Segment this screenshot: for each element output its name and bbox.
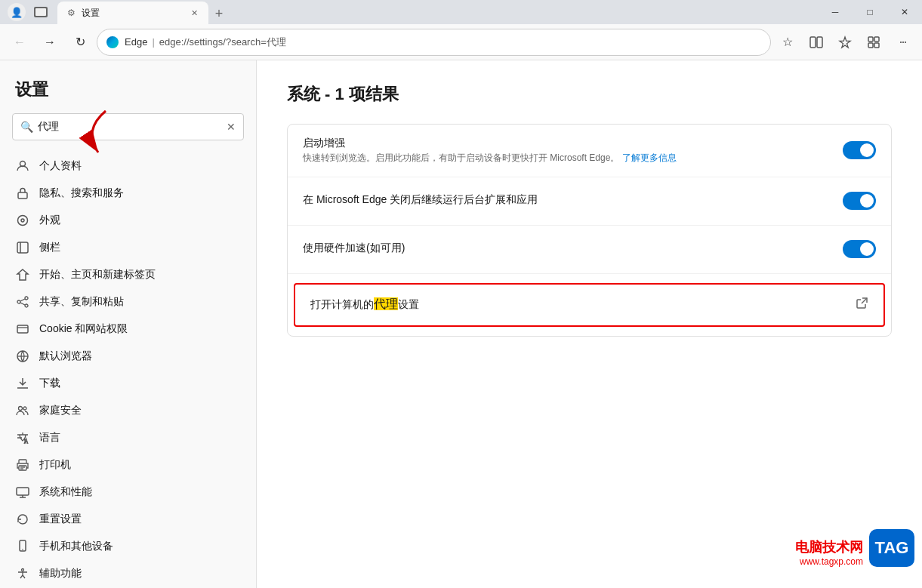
sidebar-item-accessibility[interactable]: 辅助功能 (0, 560, 256, 587)
sidebar-item-language[interactable]: 语言 (0, 424, 256, 451)
svg-line-17 (20, 303, 25, 305)
sidebar-item-family[interactable]: 家庭安全 (0, 397, 256, 424)
maximize-button[interactable]: □ (853, 0, 887, 24)
hardware-title: 使用硬件加速(如可用) (303, 242, 843, 255)
sidebar-item-system[interactable]: 系统和性能 (0, 479, 256, 506)
forward-button[interactable]: → (36, 29, 63, 56)
sidebar-item-default-browser[interactable]: 默认浏览器 (0, 343, 256, 370)
sidebar-item-mobile[interactable]: 手机和其他设备 (0, 533, 256, 560)
sidebar-item-reset[interactable]: 重置设置 (0, 506, 256, 533)
svg-rect-0 (810, 37, 816, 48)
sidebar-title: 设置 (0, 60, 256, 113)
svg-point-34 (22, 569, 24, 571)
favorites-star-button[interactable]: ☆ (774, 29, 801, 56)
search-input[interactable] (38, 121, 222, 133)
sidebar: 设置 🔍 ✕ 个人资料 (0, 60, 257, 588)
hardware-content: 使用硬件加速(如可用) (303, 242, 843, 257)
svg-rect-29 (17, 488, 29, 495)
svg-point-10 (21, 219, 24, 222)
hardware-toggle[interactable] (843, 240, 876, 258)
settings-row-startup: 启动增强 快速转到浏览选。启用此功能后，有助于启动设备时更快打开 Microso… (288, 125, 891, 177)
svg-point-9 (18, 216, 28, 226)
sidebar-item-label: 隐私、搜索和服务 (39, 186, 124, 200)
nav-right-buttons: ☆ ··· (774, 29, 916, 56)
svg-rect-1 (817, 37, 822, 48)
content-area: 系统 - 1 项结果 启动增强 快速转到浏览选。启用此功能后，有助于启动设备时更… (257, 60, 922, 588)
title-bar: 👤 ⚙ 设置 ✕ + ─ □ ✕ (0, 0, 922, 24)
sidebar-item-label: 手机和其他设备 (39, 540, 113, 553)
svg-line-35 (862, 298, 867, 303)
sidebar-item-label: 家庭安全 (39, 404, 82, 417)
svg-point-13 (25, 297, 28, 300)
sidebar-item-label: 开始、主页和新建标签页 (39, 268, 156, 282)
svg-rect-4 (868, 43, 873, 48)
svg-rect-5 (874, 43, 879, 48)
default-browser-icon (15, 349, 30, 364)
svg-rect-11 (17, 242, 28, 253)
tab-close-button[interactable]: ✕ (187, 6, 201, 20)
new-tab-button[interactable]: + (208, 3, 230, 24)
sidebar-item-share[interactable]: 共享、复制和粘贴 (0, 288, 256, 316)
address-text: Edge | edge://settings/?search=代理 (125, 35, 761, 49)
window-controls: ─ □ ✕ (818, 0, 922, 24)
back-button[interactable]: ← (6, 29, 33, 56)
cookies-icon (15, 322, 30, 337)
proxy-settings-row[interactable]: 打开计算机的代理设置 (294, 283, 885, 327)
printer-icon (15, 457, 30, 473)
sidebar-item-label: 重置设置 (39, 513, 82, 526)
profile-icon (15, 159, 30, 174)
tab-favicon: ⚙ (65, 7, 77, 19)
appearance-icon (15, 213, 30, 228)
refresh-button[interactable]: ↻ (66, 29, 94, 56)
sidebar-item-label: Cookie 和网站权限 (39, 322, 128, 336)
settings-card: 启动增强 快速转到浏览选。启用此功能后，有助于启动设备时更快打开 Microso… (287, 124, 892, 337)
collections-button[interactable] (860, 29, 887, 56)
system-icon (15, 485, 30, 500)
background-toggle[interactable] (843, 192, 876, 210)
svg-point-15 (25, 304, 28, 307)
svg-rect-3 (874, 37, 879, 42)
watermark-tag: TAG (869, 529, 914, 567)
sidebar-item-downloads[interactable]: 下载 (0, 370, 256, 397)
sidebar-item-privacy[interactable]: 隐私、搜索和服务 (0, 180, 256, 207)
startup-desc: 快速转到浏览选。启用此功能后，有助于启动设备时更快打开 Microsoft Ed… (303, 152, 843, 165)
close-button[interactable]: ✕ (887, 0, 922, 24)
search-clear-button[interactable]: ✕ (227, 121, 236, 133)
search-box[interactable]: 🔍 ✕ (12, 113, 244, 140)
svg-line-16 (20, 299, 25, 301)
title-bar-left: 👤 ⚙ 设置 ✕ + (0, 0, 230, 24)
sidebar-item-label: 个人资料 (39, 159, 82, 173)
search-icon: 🔍 (20, 121, 33, 133)
more-button[interactable]: ··· (889, 29, 916, 56)
svg-rect-8 (18, 192, 27, 199)
sidebar-item-label: 共享、复制和粘贴 (39, 295, 124, 309)
learn-more-link[interactable]: 了解更多信息 (622, 152, 677, 163)
minimize-button[interactable]: ─ (818, 0, 853, 24)
svg-point-33 (22, 549, 23, 550)
proxy-content: 打开计算机的代理设置 (310, 297, 855, 312)
svg-rect-18 (17, 325, 28, 333)
edge-favicon-icon (106, 36, 119, 48)
startup-title: 启动增强 (303, 137, 843, 150)
svg-rect-26 (19, 466, 26, 470)
sidebar-item-label: 侧栏 (39, 241, 60, 254)
share-icon (15, 294, 30, 309)
sidebar-item-label: 默认浏览器 (39, 349, 92, 363)
main-layout: 设置 🔍 ✕ 个人资料 (0, 60, 922, 588)
settings-row-hardware: 使用硬件加速(如可用) (288, 226, 891, 274)
sidebar-item-printer[interactable]: 打印机 (0, 451, 256, 479)
split-screen-button[interactable] (803, 29, 830, 56)
background-title: 在 Microsoft Edge 关闭后继续运行后台扩展和应用 (303, 193, 843, 207)
sidebar-item-cookies[interactable]: Cookie 和网站权限 (0, 316, 256, 343)
sidebar-item-sidebar[interactable]: 侧栏 (0, 234, 256, 261)
accessibility-icon (15, 566, 30, 581)
startup-toggle[interactable] (843, 141, 876, 159)
sidebar-item-start[interactable]: 开始、主页和新建标签页 (0, 261, 256, 288)
sidebar-item-profile[interactable]: 个人资料 (0, 152, 256, 180)
sidebar-item-appearance[interactable]: 外观 (0, 207, 256, 234)
address-site-name: Edge (125, 36, 147, 48)
favorites-button[interactable] (831, 29, 859, 56)
address-bar[interactable]: Edge | edge://settings/?search=代理 (97, 29, 771, 56)
active-tab[interactable]: ⚙ 设置 ✕ (57, 2, 208, 24)
watermark-site: 电脑技术网 (795, 538, 863, 556)
